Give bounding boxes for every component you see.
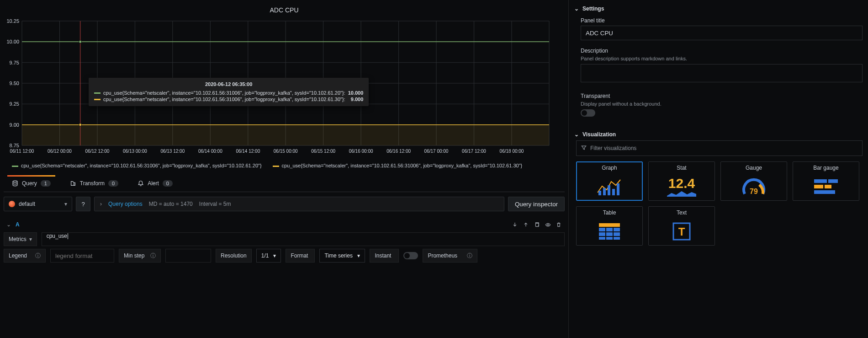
visualization-filter-input[interactable]: Filter visualizations (576, 140, 863, 156)
duplicate-icon[interactable] (534, 221, 540, 228)
query-options-bar[interactable]: › Query options MD = auto = 1470 Interva… (94, 197, 504, 211)
metrics-input[interactable]: cpu_use (42, 232, 565, 246)
minstep-input[interactable] (165, 249, 211, 263)
svg-rect-63 (599, 228, 605, 231)
transparent-field-label: Transparent (581, 90, 863, 101)
svg-text:06/16 00:00: 06/16 00:00 (349, 149, 373, 154)
query-inspector-button[interactable]: Query inspector (508, 197, 565, 211)
tab-alert[interactable]: Alert 0 (133, 177, 177, 190)
chevron-down-icon: ⌄ (574, 5, 579, 12)
help-icon[interactable]: ⓘ (150, 252, 156, 260)
datasource-help-button[interactable]: ? (76, 197, 90, 211)
datasource-select[interactable]: default ▾ (4, 197, 72, 211)
filter-icon (581, 145, 587, 152)
legend-format-input[interactable] (50, 249, 114, 263)
svg-rect-58 (814, 185, 831, 188)
svg-point-50 (547, 224, 549, 225)
svg-rect-53 (608, 185, 610, 195)
svg-text:06/17 12:00: 06/17 12:00 (462, 149, 486, 154)
chevron-down-icon: ⌄ (6, 221, 11, 228)
resolution-label: Resolution (216, 249, 252, 263)
svg-rect-55 (617, 183, 619, 195)
tab-count-badge: 0 (108, 180, 118, 187)
visualization-card-stat[interactable]: Stat 12.4 (648, 161, 715, 201)
transparent-toggle[interactable] (581, 109, 595, 117)
time-series-chart[interactable]: 10.25 10.00 9.75 9.50 9.25 9.00 8.75 06/… (4, 18, 565, 160)
panel-title: ADC CPU (4, 4, 565, 18)
delete-icon[interactable] (556, 221, 562, 228)
series-swatch (273, 166, 279, 167)
move-down-icon[interactable] (512, 221, 518, 228)
editor-tabs: Query 1 Transform 0 Alert 0 (4, 175, 565, 192)
query-options-interval: Interval = 5m (199, 201, 231, 207)
svg-rect-65 (614, 228, 620, 231)
visualization-name: Table (603, 209, 616, 216)
toggle-visibility-icon[interactable] (545, 221, 551, 228)
database-icon (12, 180, 18, 187)
description-field-label: Description (581, 45, 863, 56)
visualization-section-title: Visualization (582, 131, 616, 138)
svg-text:06/15 12:00: 06/15 12:00 (311, 149, 335, 154)
svg-text:06/14 00:00: 06/14 00:00 (198, 149, 222, 154)
tooltip-time: 2020-06-12 06:35:00 (94, 81, 363, 87)
visualization-card-text[interactable]: Text T (648, 206, 715, 246)
series-swatch (94, 99, 101, 100)
chart-legend: cpu_use{Schema="netscaler", instance="10… (4, 160, 565, 173)
tab-count-badge: 0 (163, 180, 173, 187)
svg-point-26 (79, 123, 82, 126)
tooltip-row: cpu_use{Schema="netscaler", instance="10… (94, 96, 363, 102)
svg-text:10.00: 10.00 (6, 39, 19, 44)
visualization-name: Bar gauge (813, 165, 838, 171)
svg-text:9.25: 9.25 (10, 101, 19, 107)
svg-text:06/12 12:00: 06/12 12:00 (85, 149, 110, 154)
instant-toggle[interactable] (403, 252, 418, 259)
visualization-card-gauge[interactable]: Gauge 79 (720, 161, 787, 201)
svg-text:06/11 12:00: 06/11 12:00 (10, 149, 34, 154)
visualization-card-table[interactable]: Table (576, 206, 643, 246)
svg-rect-67 (606, 232, 613, 236)
help-icon[interactable]: ⓘ (467, 252, 472, 260)
svg-text:06/17 00:00: 06/17 00:00 (424, 149, 449, 154)
visualization-name: Graph (602, 165, 617, 171)
chevron-down-icon: ⌄ (574, 131, 579, 138)
tab-label: Alert (148, 180, 159, 187)
visualization-section-toggle[interactable]: ⌄ Visualization (574, 129, 863, 140)
move-up-icon[interactable] (523, 221, 529, 228)
svg-text:9.75: 9.75 (10, 60, 19, 65)
visualization-card-bargauge[interactable]: Bar gauge (793, 161, 859, 201)
query-options-md: MD = auto = 1470 (149, 201, 193, 207)
tooltip-series-label: cpu_use{Schema="netscaler", instance="10… (103, 97, 345, 102)
datasource-selected: default (19, 201, 35, 207)
svg-rect-51 (598, 191, 601, 195)
panel-title-input[interactable] (581, 26, 863, 40)
description-textarea[interactable] (581, 64, 863, 82)
metrics-label[interactable]: Metrics ▾ (4, 232, 37, 246)
query-letter: A (16, 221, 20, 228)
gauge-icon: 79 (740, 173, 767, 200)
graph-icon (596, 173, 623, 200)
help-icon[interactable]: ⓘ (35, 252, 41, 260)
visualization-name: Stat (677, 165, 686, 171)
visualization-card-graph[interactable]: Graph (576, 161, 643, 201)
resolution-select[interactable]: 1/1▾ (256, 249, 281, 263)
settings-section-toggle[interactable]: ⌄ Settings (574, 3, 863, 15)
svg-text:T: T (678, 225, 685, 238)
tab-query[interactable]: Query 1 (7, 177, 55, 190)
svg-rect-71 (614, 237, 620, 240)
table-icon (598, 218, 621, 245)
svg-rect-60 (827, 179, 828, 183)
tab-count-badge: 1 (41, 180, 51, 187)
transparent-field-help: Display panel without a background. (581, 101, 863, 109)
legend-label: cpu_use{Schema="netscaler", instance="10… (282, 163, 523, 168)
series-swatch (12, 166, 18, 167)
legend-item[interactable]: cpu_use{Schema="netscaler", instance="10… (12, 163, 262, 168)
query-header[interactable]: ⌄ A (4, 220, 565, 230)
legend-item[interactable]: cpu_use{Schema="netscaler", instance="10… (273, 163, 523, 168)
query-options-link[interactable]: Query options (108, 201, 143, 207)
format-select[interactable]: Time series▾ (319, 249, 365, 263)
tab-transform[interactable]: Transform 0 (65, 177, 123, 190)
tooltip-row: cpu_use{Schema="netscaler", instance="10… (94, 90, 363, 96)
svg-text:9.50: 9.50 (10, 80, 19, 86)
settings-section-title: Settings (582, 5, 604, 12)
svg-text:06/14 12:00: 06/14 12:00 (236, 149, 260, 154)
